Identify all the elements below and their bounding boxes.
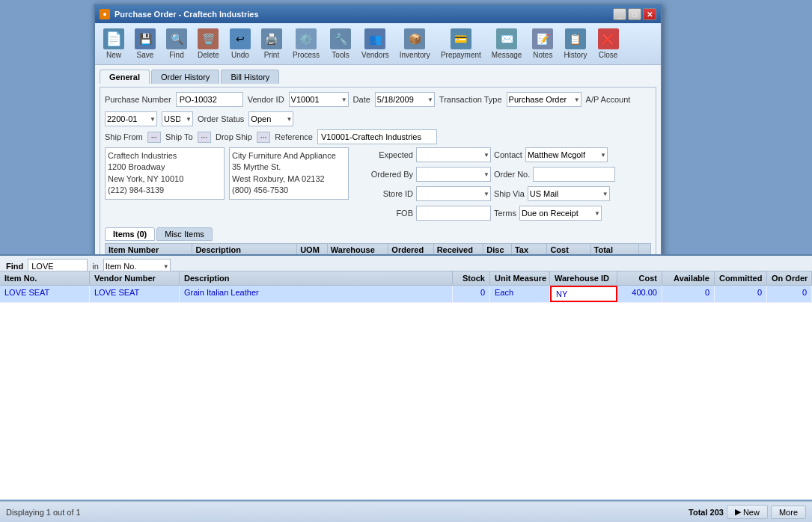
print-label: Print (264, 51, 280, 59)
date-label: Date (353, 95, 370, 104)
new-status-button[interactable]: ▶ New (727, 505, 768, 519)
process-label: Process (293, 51, 320, 59)
vendor-id-select[interactable]: V10001 (289, 92, 349, 107)
close-toolbar-icon: ❌ (598, 28, 619, 49)
save-icon: 💾 (135, 28, 156, 49)
purchase-number-label: Purchase Number (105, 95, 171, 104)
purchase-number-input[interactable] (176, 92, 243, 107)
tab-order-history[interactable]: Order History (151, 70, 219, 84)
undo-button[interactable]: ↩ Undo (226, 26, 254, 61)
status-right: Total 203 ▶ New More (689, 505, 806, 519)
ship-from-address[interactable]: Craftech Industries 1200 Broadway New Yo… (105, 147, 225, 200)
header-stock[interactable]: Stock (453, 271, 490, 285)
fob-input[interactable] (416, 206, 491, 221)
date-select[interactable]: 5/18/2009 (375, 92, 435, 107)
terms-select[interactable]: Due on Receipt (519, 206, 602, 221)
header-available[interactable]: Available (662, 271, 715, 285)
find-button[interactable]: 🔍 Find (162, 26, 191, 61)
store-id-select[interactable] (416, 186, 491, 201)
expected-row: Expected Contact Matthew Mcgolf (353, 147, 651, 162)
header-cost[interactable]: Cost (617, 271, 662, 285)
new-button[interactable]: 📄 New (100, 26, 128, 61)
terms-label: Terms (494, 209, 516, 218)
close-toolbar-label: Close (599, 51, 618, 59)
subtab-misc[interactable]: Misc Items (156, 227, 213, 241)
total-count: Total 203 (689, 508, 724, 517)
header-vendor-no[interactable]: Vendor Number (90, 271, 180, 285)
drop-ship-label: Drop Ship (216, 132, 252, 141)
store-id-row: Store ID Ship Via US Mail (353, 186, 651, 201)
header-on-order[interactable]: On Order (767, 271, 812, 285)
title-controls: _ □ ✕ (613, 8, 656, 20)
order-status-label: Order Status (198, 114, 244, 123)
purchase-order-window: ● Purchase Order - Craftech Industries _… (94, 4, 662, 286)
save-button[interactable]: 💾 Save (131, 26, 159, 61)
undo-icon: ↩ (230, 28, 251, 49)
message-button[interactable]: ✉️ Message (488, 26, 526, 61)
close-toolbar-button[interactable]: ❌ Close (594, 26, 623, 61)
ship-from-label: Ship From (105, 132, 143, 141)
inventory-button[interactable]: 📦 Inventory (396, 26, 434, 61)
ap-account-select[interactable]: 2200-01 (105, 111, 157, 126)
more-status-button[interactable]: More (771, 506, 806, 519)
header-item-no[interactable]: Item No. (0, 271, 90, 285)
vendors-button[interactable]: 👥 Vendors (358, 26, 393, 61)
currency-select[interactable]: USD (162, 111, 193, 126)
inventory-icon: 📦 (404, 28, 425, 49)
prepayment-button[interactable]: 💳 Prepayment (437, 26, 485, 61)
print-button[interactable]: 🖨️ Print (257, 26, 286, 61)
expected-select[interactable] (416, 147, 491, 162)
contact-select[interactable]: Matthew Mcgolf (525, 147, 608, 162)
header-committed[interactable]: Committed (715, 271, 767, 285)
delete-icon: 🗑️ (198, 28, 219, 49)
transaction-type-select[interactable]: Purchase Order (507, 92, 581, 107)
tab-bill-history[interactable]: Bill History (221, 70, 279, 84)
print-icon: 🖨️ (261, 28, 282, 49)
new-icon: 📄 (103, 28, 124, 49)
ship-to-label: Ship To (165, 132, 193, 141)
reference-input[interactable] (317, 129, 437, 144)
ship-from-btn[interactable]: ··· (147, 132, 161, 143)
toolbar: 📄 New 💾 Save 🔍 Find 🗑️ Delete ↩ Undo 🖨️ … (95, 23, 661, 65)
maximize-button[interactable]: □ (628, 8, 641, 20)
result-row-0[interactable]: LOVE SEAT LOVE SEAT Grain Italian Leathe… (0, 286, 812, 303)
drop-ship-btn[interactable]: ··· (257, 132, 270, 143)
right-fields-panel: Expected Contact Matthew Mcgolf Ordered … (353, 147, 651, 223)
notes-button[interactable]: 📝 Notes (528, 26, 557, 61)
delete-button[interactable]: 🗑️ Delete (194, 26, 223, 61)
message-icon: ✉️ (496, 28, 517, 49)
ordered-by-select[interactable] (416, 167, 491, 182)
header-unit-measure[interactable]: Unit Measure (490, 271, 550, 285)
results-header: Item No. Vendor Number Description Stock… (0, 271, 812, 286)
vendor-id-label: Vendor ID (248, 95, 284, 104)
result-committed: 0 (715, 286, 767, 302)
status-bar: Displaying 1 out of 1 Total 203 ▶ New Mo… (0, 501, 812, 522)
result-available: 0 (662, 286, 715, 302)
ship-via-select[interactable]: US Mail (528, 186, 610, 201)
minimize-button[interactable]: _ (613, 8, 626, 20)
ship-to-btn[interactable]: ··· (198, 132, 211, 143)
tools-button[interactable]: 🔧 Tools (326, 26, 355, 61)
reference-label: Reference (275, 132, 313, 141)
order-status-select[interactable]: Open (248, 111, 293, 126)
result-item-no: LOVE SEAT (0, 286, 90, 302)
prepayment-label: Prepayment (441, 51, 481, 59)
new-status-label: New (743, 508, 760, 517)
order-no-input[interactable] (533, 167, 615, 182)
results-panel: Item No. Vendor Number Description Stock… (0, 271, 812, 500)
window-close-button[interactable]: ✕ (643, 8, 656, 20)
subtab-items[interactable]: Items (0) (105, 227, 155, 241)
result-cost: 400.00 (617, 286, 662, 302)
header-description[interactable]: Description (180, 271, 453, 285)
history-button[interactable]: 📋 History (560, 26, 590, 61)
header-warehouse-id[interactable]: Warehouse ID (550, 271, 617, 285)
tools-label: Tools (332, 51, 349, 59)
message-label: Message (492, 51, 522, 59)
inventory-label: Inventory (400, 51, 430, 59)
ship-to-address[interactable]: City Furniture And Appliance 35 Myrthe S… (229, 147, 349, 200)
process-button[interactable]: ⚙️ Process (289, 26, 323, 61)
tab-general[interactable]: General (100, 70, 150, 84)
in-label: in (92, 262, 99, 271)
ordered-by-row: Ordered By Order No. (353, 167, 651, 182)
ship-to-section: City Furniture And Appliance 35 Myrthe S… (229, 147, 349, 223)
